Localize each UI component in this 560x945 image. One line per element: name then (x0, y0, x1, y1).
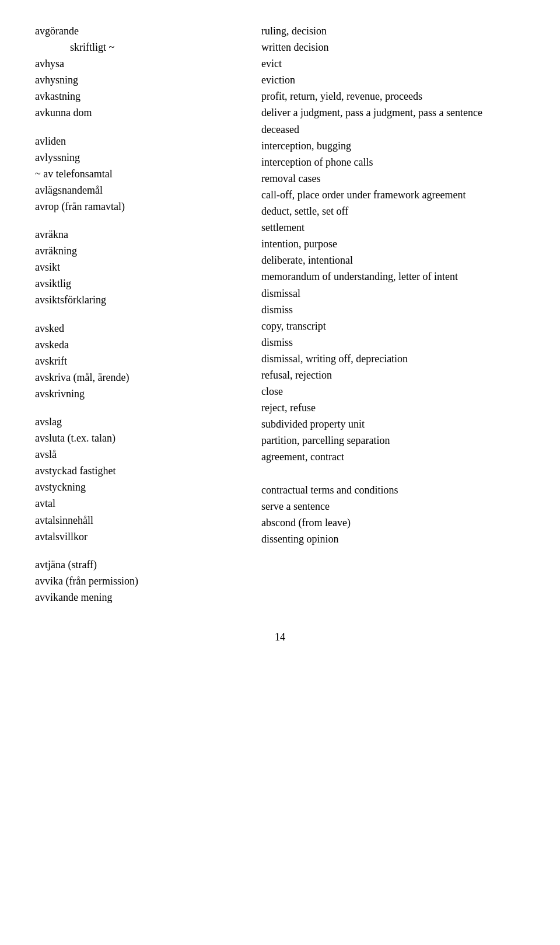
term: avliden (35, 135, 66, 147)
def-avskriva: dismiss (261, 335, 525, 350)
entry-avtal: avtal (35, 496, 244, 511)
definition: dismiss (261, 337, 293, 348)
definition: subdivided property unit (261, 418, 365, 430)
entry-avlagsnandemal: avlägsnandemål (35, 183, 244, 198)
term: avkastning (35, 90, 80, 102)
def-avlyssning: interception, bugging (261, 138, 525, 153)
definition: interception of phone calls (261, 156, 373, 168)
definition: abscond (from leave) (261, 517, 351, 528)
entry-avstyckad: avstyckad fastighet (35, 463, 244, 478)
page-container: avgörande skriftligt ~ avhysa avhysning … (35, 23, 525, 645)
entry-avskrift: avskrift (35, 354, 244, 369)
term: avvika (från permission) (35, 575, 138, 587)
term: avhysa (35, 58, 64, 69)
definition (261, 468, 264, 480)
term: avsked (35, 323, 64, 334)
definition: intention, purpose (261, 238, 337, 250)
dictionary-columns: avgörande skriftligt ~ avhysa avhysning … (35, 23, 525, 606)
term: avgörande (35, 25, 79, 37)
entry-avhysa: avhysa (35, 56, 244, 71)
def-avskrift: copy, transcript (261, 318, 525, 334)
entry-avsiktsforklaring: avsiktsförklaring (35, 292, 244, 307)
definition: ruling, decision (261, 25, 327, 37)
term: avtalsvillkor (35, 531, 88, 542)
def-avtal: agreement, contract (261, 449, 525, 464)
def-avhysning: eviction (261, 72, 525, 88)
def-avsked: dismissal (261, 286, 525, 301)
entry-avsiktlig: avsiktlig (35, 276, 244, 291)
definition: contractual terms and conditions (261, 484, 398, 496)
entry-avslag: avslag (35, 414, 244, 429)
entry-avrakna: avräkna (35, 227, 244, 242)
definition: profit, return, yield, revenue, proceeds (261, 90, 422, 102)
entry-avlyssning: avlyssning (35, 150, 244, 165)
term: avskrift (35, 355, 67, 367)
term-indented: skriftligt ~ (35, 41, 114, 53)
term: avlägsnandemål (35, 184, 103, 196)
def-avsiktlig: deliberate, intentional (261, 253, 525, 268)
term: avskrivning (35, 388, 85, 400)
def-avliden: deceased (261, 122, 525, 137)
definition: agreement, contract (261, 451, 344, 463)
term: avstyckad fastighet (35, 465, 116, 477)
def-avvika: abscond (from leave) (261, 515, 525, 530)
definition: written decision (261, 41, 328, 53)
entry-avtalsvillkor: avtalsvillkor (35, 529, 244, 544)
definition: dismiss (261, 304, 293, 316)
def-avtalsvillkor: contractual terms and conditions (261, 482, 525, 498)
term: avräkning (35, 245, 77, 257)
def-avsiktsforklaring: memorandum of understanding, letter of i… (261, 269, 525, 284)
def-av-telefonsamtal: interception of phone calls (261, 155, 525, 170)
def-avstyckning: partition, parcelling separation (261, 433, 525, 448)
def-avstyckad: subdivided property unit (261, 416, 525, 432)
def-avgorande: ruling, decision (261, 23, 525, 38)
definition: dismissal (261, 288, 300, 299)
definition: reject, refuse (261, 402, 316, 414)
definition: evict (261, 58, 282, 69)
def-avrakning: settlement (261, 220, 525, 235)
def-avhysa: evict (261, 56, 525, 71)
right-column: ruling, decision written decision evict … (256, 23, 525, 606)
def-avrop: call-off, place order under framework ag… (261, 187, 525, 202)
definition: deliver a judgment, pass a judgment, pas… (261, 107, 482, 118)
entry-avliden: avliden (35, 134, 244, 149)
term: avhysning (35, 74, 78, 86)
definition: deceased (261, 124, 299, 135)
left-column: avgörande skriftligt ~ avhysa avhysning … (35, 23, 256, 606)
def-avsluta: close (261, 384, 525, 399)
def-avskrivning: dismissal, writing off, depreciation (261, 351, 525, 366)
def-skriftligt: written decision (261, 40, 525, 55)
definition: close (261, 386, 283, 397)
def-avslag: refusal, rejection (261, 368, 525, 383)
entry-avvika: avvika (från permission) (35, 573, 244, 589)
definition: deduct, settle, set off (261, 205, 348, 217)
def-avtjana: serve a sentence (261, 499, 525, 514)
term: avtalsinnehåll (35, 514, 93, 526)
def-avvikande: dissenting opinion (261, 531, 525, 547)
term: avstyckning (35, 481, 86, 493)
definition: call-off, place order under framework ag… (261, 189, 466, 201)
page-number: 14 (35, 629, 525, 645)
entry-avvikande: avvikande mening (35, 590, 244, 605)
definition: removal cases (261, 173, 320, 184)
entry-avskrivning: avskrivning (35, 386, 244, 401)
def-avkunna-dom: deliver a judgment, pass a judgment, pas… (261, 105, 525, 120)
entry-avtalsinnehall: avtalsinnehåll (35, 513, 244, 528)
definition: copy, transcript (261, 320, 326, 332)
entry-avrop: avrop (från ramavtal) (35, 199, 244, 214)
entry-avtjana: avtjäna (straff) (35, 557, 244, 572)
def-avskeda: dismiss (261, 302, 525, 317)
term: avskriva (mål, ärende) (35, 372, 129, 383)
def-avrakna: deduct, settle, set off (261, 204, 525, 219)
term: avlyssning (35, 152, 80, 163)
term: avslå (35, 449, 57, 460)
term: avräkna (35, 229, 68, 240)
definition: dissenting opinion (261, 533, 339, 545)
term: avsiktlig (35, 278, 71, 289)
term: avsikt (35, 261, 60, 273)
entry-avkastning: avkastning (35, 89, 244, 104)
entry-avsikt: avsikt (35, 260, 244, 275)
def-avtalsinnehall (261, 466, 525, 481)
definition: interception, bugging (261, 140, 351, 152)
term: avtjäna (straff) (35, 559, 97, 570)
